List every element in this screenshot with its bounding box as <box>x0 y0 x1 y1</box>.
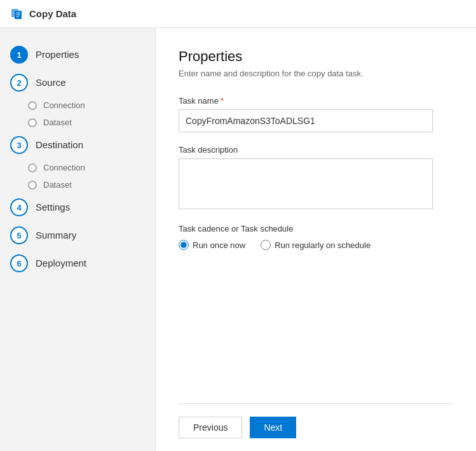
page-title: Properties <box>179 48 453 65</box>
sidebar: 1 Properties 2 Source Connection Dataset… <box>0 28 156 451</box>
task-description-label: Task description <box>179 145 453 155</box>
source-sub-items: Connection Dataset <box>0 97 155 131</box>
radio-run-schedule[interactable]: Run regularly on schedule <box>261 240 371 250</box>
app-header: Copy Data <box>0 0 476 28</box>
task-name-input[interactable] <box>179 109 433 132</box>
nav-circle-2: 2 <box>10 74 28 92</box>
app-title: Copy Data <box>29 8 76 19</box>
previous-button[interactable]: Previous <box>179 417 242 438</box>
radio-run-schedule-input[interactable] <box>261 240 271 250</box>
nav-circle-6: 6 <box>10 254 28 272</box>
sidebar-item-properties[interactable]: 1 Properties <box>0 41 155 69</box>
sidebar-item-destination[interactable]: 3 Destination <box>0 131 155 159</box>
radio-run-once[interactable]: Run once now <box>179 240 245 250</box>
destination-dataset-dot <box>28 181 37 190</box>
radio-group: Run once now Run regularly on schedule <box>179 240 453 250</box>
sidebar-label-summary: Summary <box>36 226 76 244</box>
task-cadence-label: Task cadence or Task schedule <box>179 224 453 233</box>
source-dataset-label: Dataset <box>43 118 72 127</box>
nav-circle-4: 4 <box>10 198 28 216</box>
nav-circle-5: 5 <box>10 226 28 244</box>
sidebar-item-source[interactable]: 2 Source <box>0 69 155 97</box>
source-dataset-item: Dataset <box>28 114 155 131</box>
sidebar-label-destination: Destination <box>36 136 83 154</box>
source-dataset-dot <box>28 118 37 127</box>
destination-connection-item: Connection <box>28 159 155 176</box>
sidebar-item-summary[interactable]: 5 Summary <box>0 221 155 249</box>
task-description-group: Task description <box>179 145 453 211</box>
radio-run-once-input[interactable] <box>179 240 189 250</box>
source-connection-dot <box>28 101 37 110</box>
destination-dataset-label: Dataset <box>43 180 72 190</box>
task-name-group: Task name * <box>179 96 453 132</box>
copy-data-icon <box>10 8 23 20</box>
main-layout: 1 Properties 2 Source Connection Dataset… <box>0 28 476 451</box>
sidebar-label-source: Source <box>36 74 66 92</box>
sidebar-label-properties: Properties <box>36 46 79 64</box>
destination-connection-label: Connection <box>43 163 85 172</box>
nav-circle-1: 1 <box>10 46 28 64</box>
required-star: * <box>221 96 224 106</box>
task-name-label: Task name * <box>179 96 453 106</box>
footer-actions: Previous Next <box>179 403 453 438</box>
radio-run-schedule-label: Run regularly on schedule <box>275 240 371 250</box>
content-area: Properties Enter name and description fo… <box>156 28 476 451</box>
sidebar-label-deployment: Deployment <box>36 254 86 272</box>
task-description-input[interactable] <box>179 158 433 209</box>
sidebar-item-deployment[interactable]: 6 Deployment <box>0 249 155 277</box>
destination-connection-dot <box>28 163 37 172</box>
page-subtitle: Enter name and description for the copy … <box>179 69 453 78</box>
radio-run-once-label: Run once now <box>193 240 245 250</box>
destination-dataset-item: Dataset <box>28 176 155 193</box>
sidebar-item-settings[interactable]: 4 Settings <box>0 193 155 221</box>
task-cadence-group: Task cadence or Task schedule Run once n… <box>179 224 453 250</box>
destination-sub-items: Connection Dataset <box>0 159 155 193</box>
nav-circle-3: 3 <box>10 136 28 154</box>
sidebar-label-settings: Settings <box>36 198 70 216</box>
source-connection-item: Connection <box>28 97 155 114</box>
source-connection-label: Connection <box>43 101 85 110</box>
next-button[interactable]: Next <box>250 417 296 438</box>
